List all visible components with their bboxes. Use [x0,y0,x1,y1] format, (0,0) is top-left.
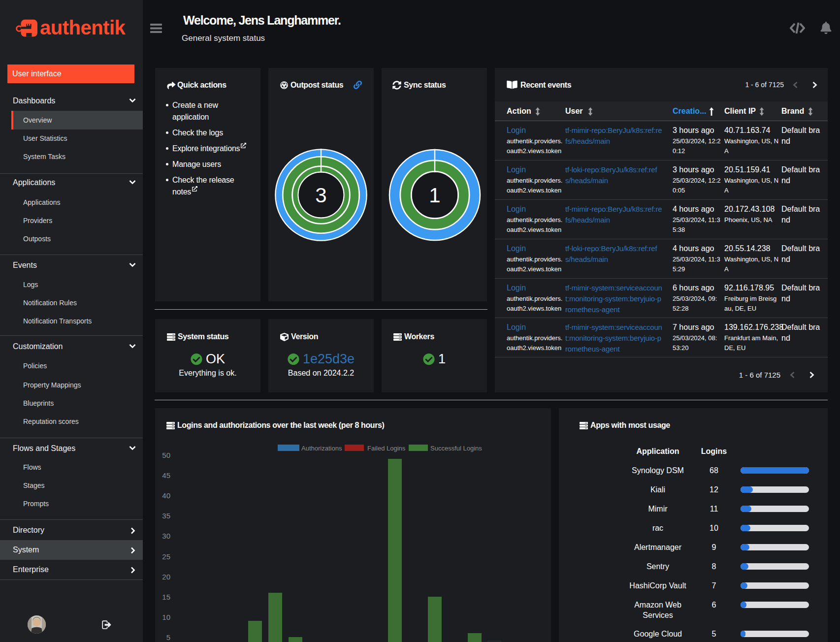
svg-text:authentik: authentik [40,17,126,38]
svg-text:1: 1 [429,184,440,207]
svg-text:3: 3 [315,184,326,207]
